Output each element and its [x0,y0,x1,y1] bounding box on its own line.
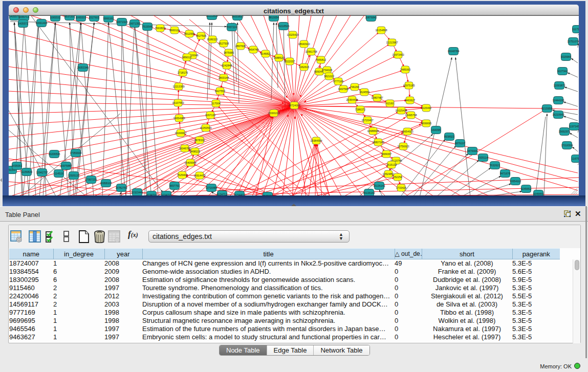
svg-text:9527505: 9527505 [196,34,206,37]
svg-text:10688609: 10688609 [367,129,379,133]
svg-text:1588520: 1588520 [274,56,284,59]
svg-text:8938923: 8938923 [444,135,454,138]
svg-text:8322037: 8322037 [285,60,295,63]
svg-text:29053346: 29053346 [77,66,89,69]
svg-text:9115460: 9115460 [421,106,431,110]
svg-text:15692971: 15692971 [558,130,570,133]
svg-text:16033810: 16033810 [231,15,243,18]
svg-text:10975887: 10975887 [60,164,72,167]
svg-text:9227342: 9227342 [557,70,568,73]
svg-text:1527602: 1527602 [89,16,99,19]
svg-text:8912954: 8912954 [184,32,194,35]
svg-text:19218506: 19218506 [277,25,289,28]
svg-text:20876842: 20876842 [365,16,377,19]
svg-text:3821022: 3821022 [324,75,334,78]
svg-text:7663822: 7663822 [155,27,165,30]
svg-text:746266: 746266 [350,85,359,89]
svg-text:9527508: 9527508 [219,42,229,45]
svg-text:7515546: 7515546 [142,25,153,28]
svg-text:15300213: 15300213 [268,112,279,115]
svg-text:10654112: 10654112 [510,180,521,183]
svg-text:989012: 989012 [182,56,191,59]
svg-text:9657791: 9657791 [169,184,180,187]
svg-text:20364436: 20364436 [346,98,358,101]
svg-text:3624554: 3624554 [359,91,369,94]
svg-text:1197345: 1197345 [569,125,579,128]
svg-text:3498222: 3498222 [190,150,200,153]
svg-text:15136142: 15136142 [363,191,375,194]
svg-text:13495798: 13495798 [405,114,417,117]
svg-text:15409948: 15409948 [184,161,196,164]
svg-text:1405572: 1405572 [18,22,28,25]
svg-text:3215958: 3215958 [542,107,552,110]
svg-text:2055713: 2055713 [19,15,29,18]
svg-text:8186323: 8186323 [207,38,217,41]
svg-text:15720407: 15720407 [361,119,373,122]
svg-text:114519: 114519 [55,172,63,175]
svg-text:16154808: 16154808 [375,29,387,32]
svg-text:117004: 117004 [212,102,221,105]
svg-text:164095: 164095 [431,128,440,132]
svg-text:7957224: 7957224 [227,26,237,29]
svg-text:6966160: 6966160 [103,17,114,20]
svg-text:16210643: 16210643 [552,113,564,116]
svg-text:12213369: 12213369 [172,85,184,88]
svg-text:18807249: 18807249 [372,141,384,144]
svg-text:9242848: 9242848 [222,64,232,67]
svg-text:8660124: 8660124 [169,29,180,32]
svg-text:12093872: 12093872 [553,84,565,87]
svg-text:12323446: 12323446 [131,191,143,194]
svg-text:62160: 62160 [386,102,394,105]
svg-text:1117352: 1117352 [572,28,579,31]
svg-text:6879197: 6879197 [455,142,465,145]
svg-text:1733426: 1733426 [396,186,406,189]
svg-text:11353594: 11353594 [200,126,212,129]
svg-text:19654983: 19654983 [173,117,185,120]
svg-text:1065532: 1065532 [50,16,60,19]
svg-text:17359934: 17359934 [70,151,81,155]
svg-text:19166827: 19166827 [175,132,186,135]
svg-text:9329966: 9329966 [561,55,571,58]
svg-text:2867608: 2867608 [235,45,246,48]
svg-text:12505135: 12505135 [68,174,79,177]
svg-text:11156829: 11156829 [21,170,32,173]
svg-text:12975185: 12975185 [403,84,415,87]
svg-text:1405571: 1405571 [9,15,19,18]
svg-text:12213967: 12213967 [386,41,398,44]
svg-text:18724007: 18724007 [288,104,300,107]
svg-text:12942737: 12942737 [36,171,48,174]
svg-text:9474444: 9474444 [467,149,477,152]
svg-text:16033809: 16033809 [206,15,217,17]
svg-text:19654923: 19654923 [401,130,413,133]
svg-text:7485063: 7485063 [400,68,410,71]
svg-text:13751074: 13751074 [567,40,579,43]
svg-text:10961758: 10961758 [305,50,317,53]
svg-text:16648784: 16648784 [447,50,459,53]
svg-text:7632621: 7632621 [490,164,500,167]
svg-text:18640910: 18640910 [298,42,310,46]
svg-text:1362615: 1362615 [299,65,309,69]
svg-text:10973493: 10973493 [392,53,404,56]
svg-text:9684067: 9684067 [381,152,391,156]
svg-text:10671355: 10671355 [128,22,140,25]
svg-text:8813054: 8813054 [269,16,279,19]
svg-text:8878332: 8878332 [194,139,205,142]
svg-text:17016504: 17016504 [561,144,573,147]
svg-text:3875685: 3875685 [224,51,234,54]
svg-text:10671915: 10671915 [116,20,127,24]
svg-text:8471676: 8471676 [500,172,510,175]
svg-text:10807487: 10807487 [371,96,383,99]
svg-text:10958107: 10958107 [100,182,112,185]
svg-text:1065533: 1065533 [76,16,86,19]
svg-text:20206536: 20206536 [48,152,60,156]
svg-text:2718176: 2718176 [178,71,188,74]
svg-text:252254: 252254 [393,176,402,179]
svg-text:10025438: 10025438 [395,109,407,112]
svg-text:12444195: 12444195 [552,99,564,102]
svg-text:8427552: 8427552 [215,90,225,93]
svg-text:16782759: 16782759 [115,186,127,189]
svg-text:13716485: 13716485 [205,186,217,189]
svg-text:9245652: 9245652 [521,187,531,190]
svg-text:16914479: 16914479 [193,174,205,177]
svg-text:7625402: 7625402 [177,173,187,177]
